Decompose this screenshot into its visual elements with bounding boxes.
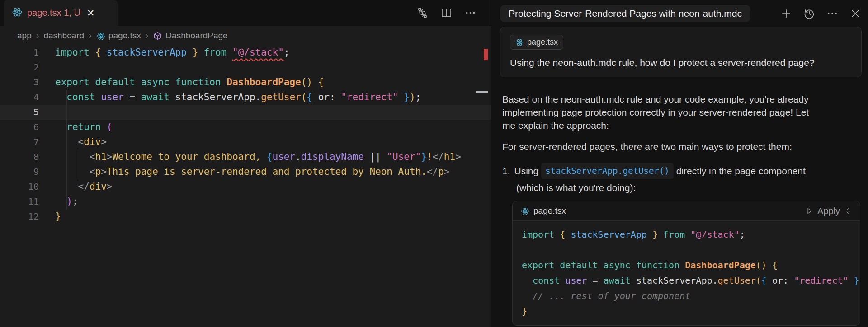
open-changes-button[interactable] xyxy=(416,7,429,19)
code-token: > xyxy=(101,136,107,147)
code-token: ; xyxy=(284,47,290,58)
code-block-line: // ... rest of your component xyxy=(522,288,860,304)
code-token: or: xyxy=(312,92,341,103)
code-token: or: xyxy=(767,275,794,286)
line-number: 6 xyxy=(0,120,39,135)
code-line[interactable]: 8 <h1>Welcome to your dashboard, {user.d… xyxy=(0,149,491,164)
code-token: await xyxy=(604,275,636,286)
code-token: export default async function xyxy=(522,260,685,271)
code-token: This page is server-rendered and protect… xyxy=(107,166,427,177)
line-number: 11 xyxy=(0,194,39,209)
code-token: ( xyxy=(756,275,761,286)
editor-pane: page.tsx 1, U ✕ xyxy=(0,0,491,327)
code-token: user xyxy=(273,151,296,162)
response-paragraph: For server-rendered pages, there are two… xyxy=(502,140,828,153)
breadcrumb-page-tsx[interactable]: page.tsx xyxy=(108,31,141,41)
code-line-content: const user = await stackServerApp.getUse… xyxy=(55,90,421,105)
code-token: = xyxy=(124,92,141,103)
code-token: { xyxy=(772,260,778,271)
react-file-icon xyxy=(521,207,529,215)
code-token: import xyxy=(55,47,95,58)
code-token: ) xyxy=(410,92,415,103)
code-line[interactable]: 10 </div> xyxy=(0,179,491,194)
expand-collapse-icon[interactable] xyxy=(844,206,853,215)
code-token xyxy=(55,92,66,103)
code-token: "@/stack" xyxy=(232,47,284,58)
new-chat-button[interactable] xyxy=(780,7,793,20)
code-line[interactable]: 7 <div> xyxy=(0,135,491,149)
line-number: 4 xyxy=(0,90,39,105)
code-token: () xyxy=(756,260,772,271)
code-token: { xyxy=(307,92,312,103)
code-line[interactable]: 12} xyxy=(0,209,491,224)
code-token: . xyxy=(295,151,301,162)
code-token: ) xyxy=(66,196,72,207)
code-token: h1 xyxy=(95,151,107,162)
chat-header: Protecting Server-Rendered Pages with ne… xyxy=(491,0,868,22)
code-token: < xyxy=(78,136,84,147)
apply-button[interactable]: Apply xyxy=(817,206,840,216)
code-line[interactable]: 1import { stackServerApp } from "@/stack… xyxy=(0,45,491,60)
history-button[interactable] xyxy=(803,7,816,20)
code-line[interactable]: 5 xyxy=(0,105,491,120)
code-line[interactable]: 4 const user = await stackServerApp.getU… xyxy=(0,90,491,105)
breadcrumb-symbol[interactable]: DashboardPage xyxy=(165,31,227,41)
code-block-line xyxy=(522,242,860,257)
inline-code[interactable]: stackServerApp.getUser() xyxy=(541,163,674,179)
code-token: await xyxy=(141,92,175,103)
code-editor[interactable]: 1import { stackServerApp } from "@/stack… xyxy=(0,45,491,224)
code-token: } xyxy=(187,47,204,58)
code-token: Welcome to your dashboard, xyxy=(112,151,266,162)
code-line-content: <div> xyxy=(55,135,107,149)
assistant-response: Based on the neon-auth.mdc rule and your… xyxy=(502,93,862,194)
code-token: > xyxy=(444,166,450,177)
code-token: getUser xyxy=(718,275,756,286)
breadcrumb-app[interactable]: app xyxy=(17,31,32,41)
code-token xyxy=(522,275,533,286)
code-line[interactable]: 11 ); xyxy=(0,194,491,209)
code-token: </ xyxy=(433,151,444,162)
code-line[interactable]: 6 return ( xyxy=(0,120,491,135)
code-token: ; xyxy=(72,196,78,207)
code-line[interactable]: 3export default async function Dashboard… xyxy=(0,75,491,90)
file-context-chip[interactable]: page.tsx xyxy=(510,35,563,50)
symbol-cube-icon xyxy=(153,31,162,41)
app-window: page.tsx 1, U ✕ xyxy=(0,0,868,327)
code-token: < xyxy=(90,151,95,162)
chat-more-options-button[interactable] xyxy=(826,7,839,20)
list-number: 1. xyxy=(502,164,510,178)
code-token: ( xyxy=(301,92,307,103)
code-block-line: const user = await stackServerApp.getUse… xyxy=(522,273,860,288)
code-token: > xyxy=(107,181,113,192)
breadcrumb: app › dashboard › page.tsx › Dashb xyxy=(0,26,491,45)
breadcrumb-dashboard[interactable]: dashboard xyxy=(43,31,84,41)
tab-page-tsx[interactable]: page.tsx 1, U ✕ xyxy=(4,0,118,26)
code-token: { xyxy=(560,229,571,240)
code-token: "redirect" xyxy=(794,275,848,286)
code-token: p xyxy=(95,166,101,177)
react-file-icon xyxy=(96,32,105,41)
close-panel-button[interactable] xyxy=(849,7,862,20)
breadcrumb-separator: › xyxy=(146,30,149,41)
code-token: displayName xyxy=(301,151,364,162)
numbered-list-item: 1. Using stackServerApp.getUser() direct… xyxy=(502,163,862,179)
line-number: 10 xyxy=(0,179,39,194)
code-token xyxy=(55,121,66,132)
line-number: 2 xyxy=(0,60,39,75)
chat-title[interactable]: Protecting Server-Rendered Pages with ne… xyxy=(500,5,750,22)
split-editor-button[interactable] xyxy=(440,7,453,19)
code-line[interactable]: 2 xyxy=(0,60,491,75)
code-token: return xyxy=(66,121,107,132)
close-tab-icon[interactable]: ✕ xyxy=(87,8,95,18)
user-question-text: Using the neon-auth.mdc rule, how do I p… xyxy=(510,57,852,68)
code-token: "@/stack" xyxy=(690,229,739,240)
code-line-content: import { stackServerApp } from "@/stack"… xyxy=(55,45,289,60)
chat-panel: Protecting Server-Rendered Pages with ne… xyxy=(491,0,868,327)
code-token: } xyxy=(404,92,410,103)
editor-more-actions-button[interactable] xyxy=(464,7,476,19)
line-number: 9 xyxy=(0,164,39,179)
code-token: } xyxy=(647,229,663,240)
code-line-content: } xyxy=(55,209,61,224)
code-token: const xyxy=(533,275,565,286)
code-line[interactable]: 9 <p>This page is server-rendered and pr… xyxy=(0,164,491,179)
